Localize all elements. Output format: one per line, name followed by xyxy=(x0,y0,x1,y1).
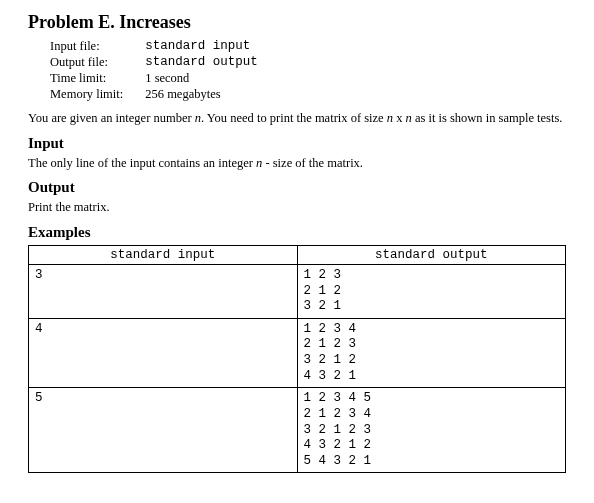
input-file-label: Input file: xyxy=(50,39,127,55)
statement-text: You are given an integer number xyxy=(28,111,195,125)
memory-limit-value: 256 megabytes xyxy=(127,87,262,103)
example-input: 3 xyxy=(29,264,298,318)
time-limit-value: 1 second xyxy=(127,71,262,87)
example-input: 4 xyxy=(29,318,298,388)
example-input: 5 xyxy=(29,388,298,473)
examples-table: standard input standard output 3 1 2 3 2… xyxy=(28,245,566,474)
output-file-label: Output file: xyxy=(50,55,127,71)
problem-title: Problem E. Increases xyxy=(28,12,566,33)
table-row: 4 1 2 3 4 2 1 2 3 3 2 1 2 4 3 2 1 xyxy=(29,318,566,388)
memory-limit-label: Memory limit: xyxy=(50,87,127,103)
statement-paragraph: You are given an integer number n. You n… xyxy=(28,111,566,127)
input-file-value: standard input xyxy=(127,39,262,55)
example-output: 1 2 3 2 1 2 3 2 1 xyxy=(297,264,566,318)
section-output: Output xyxy=(28,179,566,196)
table-row: 5 1 2 3 4 5 2 1 2 3 4 3 2 1 2 3 4 3 2 1 … xyxy=(29,388,566,473)
statement-text: . You need to print the matrix of size xyxy=(201,111,387,125)
limits-table: Input file: standard input Output file: … xyxy=(50,39,262,103)
examples-header-input: standard input xyxy=(29,245,298,264)
input-text: The only line of the input contains an i… xyxy=(28,156,256,170)
input-text: - size of the matrix. xyxy=(262,156,363,170)
example-output: 1 2 3 4 2 1 2 3 3 2 1 2 4 3 2 1 xyxy=(297,318,566,388)
section-input: Input xyxy=(28,135,566,152)
examples-header-output: standard output xyxy=(297,245,566,264)
statement-text: as it is shown in sample tests. xyxy=(412,111,563,125)
statement-text: x xyxy=(393,111,406,125)
example-output: 1 2 3 4 5 2 1 2 3 4 3 2 1 2 3 4 3 2 1 2 … xyxy=(297,388,566,473)
output-file-value: standard output xyxy=(127,55,262,71)
section-examples: Examples xyxy=(28,224,566,241)
time-limit-label: Time limit: xyxy=(50,71,127,87)
output-paragraph: Print the matrix. xyxy=(28,200,566,216)
table-row: 3 1 2 3 2 1 2 3 2 1 xyxy=(29,264,566,318)
input-paragraph: The only line of the input contains an i… xyxy=(28,156,566,172)
